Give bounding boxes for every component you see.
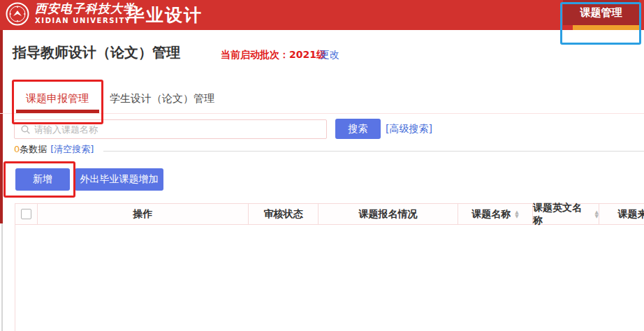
column-header-topic-english-name[interactable]: 课题英文名称 ▲▼ bbox=[533, 204, 599, 224]
column-header-topic-source: 课题来源 bbox=[599, 204, 644, 224]
column-header-topic-name[interactable]: 课题名称 ▲▼ bbox=[458, 204, 533, 224]
active-tab-underline bbox=[16, 110, 99, 113]
nav-active-underline bbox=[573, 25, 639, 30]
sort-down-icon: ▼ bbox=[515, 214, 518, 219]
search-button[interactable]: 搜索 bbox=[335, 119, 381, 139]
left-edge-gray-line bbox=[1, 223, 3, 331]
tab-student-thesis[interactable]: 学生设计（论文）管理 bbox=[110, 92, 214, 105]
sort-down-icon: ▼ bbox=[595, 214, 599, 219]
advanced-search-link[interactable]: [高级搜索] bbox=[386, 123, 432, 135]
topics-table: 操作 审核状态 课题报名情况 课题名称 ▲▼ 课题英文名称 ▲▼ 课题来源 bbox=[15, 203, 644, 331]
university-logo-text: 西安电子科技大学 XIDIAN UNIVERSITY bbox=[35, 1, 136, 26]
app-header: 西安电子科技大学 XIDIAN UNIVERSITY 毕业设计 课题管理 bbox=[0, 0, 644, 30]
sort-arrows-topic-name[interactable]: ▲▼ bbox=[515, 210, 518, 219]
column-header-topic-english-name-label: 课题英文名称 bbox=[533, 202, 591, 227]
table-empty-body bbox=[15, 225, 644, 331]
column-header-operation-label: 操作 bbox=[133, 208, 153, 221]
add-topic-button[interactable]: 新增 bbox=[15, 168, 70, 191]
result-count-row: 0条数据[清空搜索] bbox=[14, 143, 94, 156]
column-header-operation: 操作 bbox=[38, 204, 249, 224]
university-name-en: XIDIAN UNIVERSITY bbox=[35, 16, 136, 26]
column-header-review-status: 审核状态 bbox=[249, 204, 319, 224]
search-icon bbox=[21, 125, 30, 134]
change-batch-link[interactable]: 更改 bbox=[320, 49, 339, 61]
current-batch-label: 当前启动批次：2021级 bbox=[221, 49, 326, 61]
select-all-checkbox[interactable] bbox=[21, 209, 31, 219]
app-title: 毕业设计 bbox=[127, 3, 203, 27]
page-title: 指导教师设计（论文）管理 bbox=[13, 43, 180, 62]
external-topic-add-button[interactable]: 外出毕业课题增加 bbox=[75, 168, 163, 191]
column-header-registration-status-label: 课题报名情况 bbox=[359, 208, 418, 221]
table-header-row: 操作 审核状态 课题报名情况 课题名称 ▲▼ 课题英文名称 ▲▼ 课题来源 bbox=[15, 203, 644, 225]
nav-item-topic-management-label: 课题管理 bbox=[580, 6, 622, 19]
count-row-divider bbox=[103, 151, 644, 152]
search-box bbox=[14, 119, 327, 139]
sort-arrows-topic-english-name[interactable]: ▲▼ bbox=[595, 210, 599, 219]
search-input[interactable] bbox=[34, 121, 322, 138]
result-count-suffix: 条数据 bbox=[20, 144, 47, 154]
tabbar-divider bbox=[0, 113, 644, 114]
left-edge-red-strip bbox=[0, 30, 3, 223]
university-name-cn: 西安电子科技大学 bbox=[35, 1, 136, 16]
clear-search-link[interactable]: [清空搜索] bbox=[50, 144, 94, 154]
column-header-registration-status: 课题报名情况 bbox=[319, 204, 458, 224]
nav-item-topic-management[interactable]: 课题管理 bbox=[563, 0, 639, 25]
table-header-checkbox-cell bbox=[15, 204, 38, 224]
tab-topic-application[interactable]: 课题申报管理 bbox=[26, 92, 89, 105]
column-header-topic-name-label: 课题名称 bbox=[471, 208, 511, 221]
column-header-review-status-label: 审核状态 bbox=[264, 208, 303, 221]
column-header-topic-source-label: 课题来源 bbox=[618, 208, 644, 221]
university-seal-logo bbox=[6, 2, 29, 26]
